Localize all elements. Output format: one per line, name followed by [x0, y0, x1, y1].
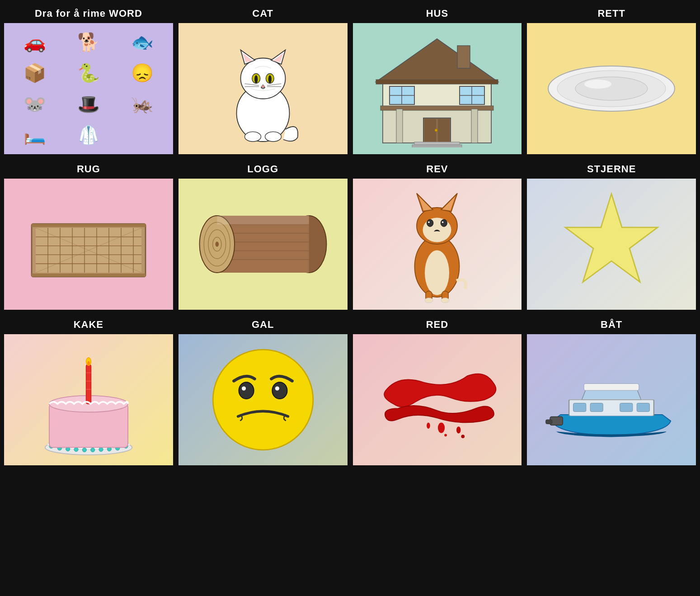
- svg-rect-23: [471, 109, 478, 143]
- svg-rect-105: [86, 364, 91, 404]
- main-grid: Dra for å rime WORD 🚗 🐕 🐟 📦 🐍 😞 🐭 🎩 🦗 🛏️…: [0, 0, 700, 469]
- logg-header: LOGG: [179, 160, 348, 179]
- red-brushstroke-image: [371, 352, 503, 447]
- svg-point-110: [87, 361, 90, 365]
- svg-point-27: [435, 129, 437, 132]
- rug-body: [4, 179, 173, 310]
- svg-point-120: [445, 434, 447, 436]
- rug-image: [21, 203, 156, 285]
- svg-point-113: [272, 382, 287, 399]
- svg-point-16: [265, 132, 281, 142]
- svg-point-40: [584, 80, 611, 89]
- svg-rect-122: [584, 383, 639, 390]
- wb-fish[interactable]: 🐟: [117, 28, 168, 56]
- kake-body: [4, 334, 173, 465]
- cake-image: [39, 339, 138, 461]
- cell-rev: REV: [352, 158, 523, 311]
- wb-sad[interactable]: 😞: [117, 60, 168, 87]
- wb-mouse[interactable]: 🐭: [9, 90, 60, 118]
- hus-body: [353, 23, 522, 154]
- wordbank-body: 🚗 🐕 🐟 📦 🐍 😞 🐭 🎩 🦗 🛏️ 🥼: [4, 23, 173, 154]
- svg-point-70: [215, 241, 219, 247]
- svg-point-96: [74, 447, 78, 451]
- hus-header: HUS: [353, 4, 522, 23]
- boat-image: [544, 352, 679, 447]
- wb-snake[interactable]: 🐍: [63, 60, 113, 87]
- cell-red: RED: [352, 314, 523, 467]
- wb-hat[interactable]: 🎩: [63, 90, 113, 118]
- wb-bed[interactable]: 🛏️: [9, 122, 60, 149]
- plate-image: [544, 61, 679, 116]
- wb-coat[interactable]: 🥼: [63, 122, 113, 149]
- svg-point-111: [213, 350, 313, 450]
- svg-rect-29: [412, 145, 462, 147]
- svg-rect-19: [376, 80, 498, 84]
- wb-car[interactable]: 🚗: [9, 28, 60, 56]
- svg-point-99: [99, 447, 103, 451]
- svg-rect-22: [396, 109, 403, 143]
- wb-bug[interactable]: 🦗: [117, 90, 168, 118]
- svg-rect-126: [637, 403, 649, 412]
- svg-point-114: [242, 386, 246, 390]
- svg-rect-26: [438, 119, 450, 142]
- svg-point-15: [244, 132, 261, 142]
- bat-body: [527, 334, 696, 465]
- cat-image: [222, 34, 304, 143]
- stjerne-header: STJERNE: [527, 160, 696, 179]
- stjerne-body: [527, 179, 696, 310]
- svg-point-89: [441, 298, 449, 303]
- rett-body: [527, 23, 696, 154]
- svg-rect-25: [424, 119, 436, 142]
- red-body: [353, 334, 522, 465]
- svg-point-98: [90, 448, 94, 452]
- wb-dog[interactable]: 🐕: [63, 28, 113, 56]
- svg-point-73: [425, 251, 449, 295]
- svg-rect-128: [546, 420, 552, 424]
- svg-point-85: [430, 231, 444, 241]
- svg-point-118: [427, 423, 430, 429]
- bat-header: BÅT: [527, 315, 696, 334]
- cell-hus: HUS: [352, 3, 523, 156]
- svg-marker-90: [565, 194, 658, 282]
- svg-point-112: [239, 382, 254, 399]
- svg-point-119: [461, 435, 465, 438]
- svg-point-9: [268, 75, 271, 83]
- cell-gal: GAL: [177, 314, 349, 467]
- svg-rect-57: [32, 224, 146, 227]
- wb-empty: [117, 122, 168, 149]
- cell-rett: RETT: [526, 3, 697, 156]
- logg-body: [179, 179, 348, 310]
- rev-body: [353, 179, 522, 310]
- svg-rect-58: [32, 274, 146, 277]
- svg-point-115: [275, 386, 279, 390]
- kake-header: KAKE: [4, 315, 173, 334]
- svg-rect-124: [590, 403, 603, 412]
- gal-body: [179, 334, 348, 465]
- star-image: [553, 185, 670, 303]
- svg-rect-36: [457, 46, 470, 68]
- cat-header: CAT: [179, 4, 348, 23]
- svg-point-1: [240, 58, 285, 99]
- fox-image: [396, 183, 478, 305]
- wb-box[interactable]: 📦: [9, 60, 60, 87]
- svg-point-97: [82, 448, 86, 452]
- cat-body: [179, 23, 348, 154]
- rug-header: RUG: [4, 160, 173, 179]
- wordbank-header: Dra for å rime WORD: [4, 4, 173, 23]
- cell-wordbank: Dra for å rime WORD 🚗 🐕 🐟 📦 🐍 😞 🐭 🎩 🦗 🛏️…: [3, 3, 174, 156]
- svg-point-116: [438, 423, 445, 433]
- svg-point-83: [442, 222, 444, 223]
- gal-header: GAL: [179, 315, 348, 334]
- svg-point-88: [425, 298, 433, 303]
- svg-rect-71: [217, 216, 309, 224]
- svg-point-8: [254, 75, 258, 83]
- rett-header: RETT: [527, 4, 696, 23]
- svg-point-81: [441, 219, 447, 227]
- svg-point-82: [428, 222, 430, 223]
- svg-rect-123: [573, 403, 586, 412]
- house-image: [369, 30, 505, 147]
- svg-point-39: [575, 77, 648, 100]
- svg-point-80: [427, 219, 433, 227]
- cell-cat: CAT: [177, 3, 349, 156]
- svg-rect-125: [620, 403, 633, 412]
